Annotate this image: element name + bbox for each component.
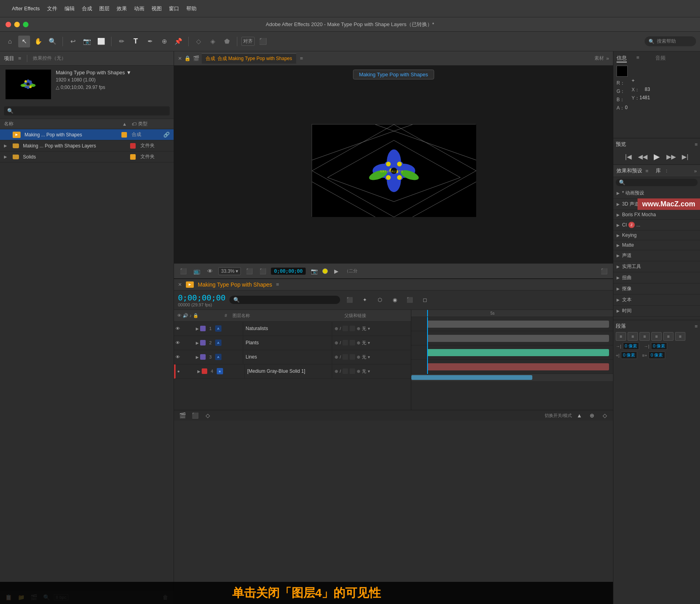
- layer-row-3[interactable]: 👁 ▶ 3 A Lines ⊕ /: [174, 350, 411, 364]
- next-frame-btn[interactable]: ▶▶: [666, 151, 677, 162]
- layer-4-eye[interactable]: ●: [177, 369, 183, 374]
- help-search[interactable]: 🔍 搜索帮助: [645, 36, 696, 46]
- project-search[interactable]: 🔍: [4, 106, 170, 115]
- menu-window[interactable]: 窗口: [169, 5, 179, 12]
- quill-tool[interactable]: ✒: [144, 36, 156, 47]
- tl-btn-3[interactable]: ⬡: [374, 295, 385, 305]
- comp-tab-menu[interactable]: ≡: [300, 55, 303, 61]
- effects-cat-3[interactable]: ▶ CIZ...: [613, 220, 700, 230]
- menu-view[interactable]: 视图: [151, 5, 162, 12]
- layer-3-chevron[interactable]: ▾: [368, 355, 370, 360]
- prev-frame-btn[interactable]: ◀◀: [637, 151, 648, 162]
- layer-row-1[interactable]: 👁 ▶ 1 A Naturalists ⊕ /: [174, 322, 411, 336]
- menu-help[interactable]: 帮助: [186, 5, 197, 12]
- layer-2-chevron[interactable]: ▾: [368, 340, 370, 345]
- home-button[interactable]: ⌂: [4, 36, 16, 47]
- effects-cat-10[interactable]: ▶ 文本: [613, 294, 700, 306]
- pin-tool[interactable]: 📌: [172, 36, 184, 47]
- tl-bottom-btn-2[interactable]: ⬛: [190, 410, 200, 421]
- rect-tool[interactable]: ⬜: [95, 36, 107, 47]
- first-frame-btn[interactable]: |◀: [623, 151, 634, 162]
- layer-1-eye[interactable]: 👁: [176, 326, 181, 331]
- viewer-tool-3[interactable]: 👁: [205, 266, 215, 276]
- menu-edit[interactable]: 编辑: [64, 5, 75, 12]
- tl-minimap[interactable]: [411, 374, 613, 381]
- spacing-val-1[interactable]: 0 像素: [623, 342, 639, 350]
- tl-btn-5[interactable]: ⬛: [404, 295, 415, 305]
- tl-btn-6[interactable]: ◻: [419, 295, 430, 305]
- align-full-btn[interactable]: ≡: [651, 332, 662, 341]
- project-item-1[interactable]: ▶ Making ... Pop with Shapes Layers 文件夹: [0, 140, 174, 151]
- tl-btn-1[interactable]: ⬛: [344, 295, 355, 305]
- effects-cat-2[interactable]: ▶ Boris FX Mocha: [613, 210, 700, 220]
- project-tab[interactable]: 项目: [4, 55, 14, 62]
- indent-val-1[interactable]: 0 像素: [621, 351, 637, 359]
- layer-row-4[interactable]: ● ▶ 4 ■ [Medium Gray-Blue Solid 1] ⊕ /: [174, 364, 411, 379]
- snap-button[interactable]: ⬛: [257, 36, 269, 47]
- align-tool[interactable]: 对齐: [241, 37, 255, 46]
- effects-cat-4[interactable]: ▶ Keying: [613, 230, 700, 240]
- camera-btn[interactable]: 📷: [309, 266, 319, 276]
- align-left-btn[interactable]: ≡: [616, 332, 626, 341]
- effects-menu[interactable]: ≡: [645, 168, 649, 174]
- render-btn[interactable]: ▶: [331, 266, 341, 276]
- tl-bottom-btn-6[interactable]: ◇: [600, 410, 610, 421]
- clone-tool[interactable]: ⊕: [158, 36, 170, 47]
- tl-search[interactable]: 🔍: [229, 296, 340, 304]
- menu-layer[interactable]: 图层: [99, 5, 110, 12]
- tl-close-btn[interactable]: ✕: [178, 282, 182, 287]
- align-full3-btn[interactable]: ≡: [675, 332, 685, 341]
- close-button[interactable]: [6, 22, 11, 27]
- shape-tool-2[interactable]: ◈: [207, 36, 219, 47]
- effects-cat-6[interactable]: ▶ 声道: [613, 250, 700, 261]
- comp-tab-main[interactable]: 合成 合成 Making Type Pop with Shapes: [202, 53, 296, 64]
- layer-4-expand[interactable]: ▶: [197, 369, 201, 374]
- track-2[interactable]: [411, 331, 613, 345]
- assets-expand[interactable]: »: [606, 55, 609, 61]
- tl-timecode[interactable]: 0;00;00;00: [178, 293, 225, 302]
- menu-file[interactable]: 文件: [47, 5, 57, 12]
- layer-row-2[interactable]: 👁 ▶ 2 A Plants ⊕ /: [174, 336, 411, 350]
- info-tab[interactable]: 信息: [617, 55, 627, 62]
- project-item-2[interactable]: ▶ Solids 文件夹: [0, 151, 174, 162]
- effects-cat-5[interactable]: ▶ Matte: [613, 240, 700, 250]
- zoom-tool[interactable]: 🔍: [47, 36, 59, 47]
- tl-bottom-btn-5[interactable]: ⊕: [587, 410, 597, 421]
- para-menu[interactable]: ≡: [694, 323, 698, 329]
- align-right-btn[interactable]: ≡: [639, 332, 650, 341]
- minimize-button[interactable]: [14, 22, 20, 27]
- close-tab-btn[interactable]: ✕: [178, 56, 182, 61]
- layer-3-expand[interactable]: ▶: [196, 355, 199, 359]
- layer-2-expand[interactable]: ▶: [196, 341, 199, 345]
- fit-btn[interactable]: ⬛: [244, 266, 254, 276]
- shape-tool-1[interactable]: ◇: [193, 36, 204, 47]
- info-menu[interactable]: ≡: [636, 55, 639, 62]
- viewer-tool-1[interactable]: ⬛: [178, 266, 188, 276]
- effects-search-input[interactable]: [627, 180, 694, 185]
- grid-btn[interactable]: ⬛: [257, 266, 268, 276]
- effects-cat-0[interactable]: ▶ * 动画预设: [613, 188, 700, 199]
- layer-4-chevron[interactable]: ▾: [368, 369, 370, 374]
- layer-1-expand[interactable]: ▶: [196, 327, 199, 331]
- menu-anim[interactable]: 动画: [134, 5, 144, 12]
- menu-effects[interactable]: 效果: [117, 5, 127, 12]
- track-4[interactable]: [411, 360, 613, 374]
- indent-val-2[interactable]: 0 像素: [649, 351, 665, 359]
- layer-3-eye[interactable]: 👁: [176, 355, 181, 359]
- text-tool[interactable]: T: [130, 36, 142, 47]
- layer-2-eye[interactable]: 👁: [176, 340, 181, 345]
- effects-cat-11[interactable]: ▶ 时间: [613, 306, 700, 317]
- tl-search-input[interactable]: [241, 297, 336, 303]
- timecode-display[interactable]: 0;00;00;00: [271, 268, 306, 275]
- effects-expand[interactable]: »: [694, 168, 697, 174]
- layer-1-chevron[interactable]: ▾: [368, 326, 370, 331]
- select-tool[interactable]: ↖: [18, 36, 30, 47]
- zoom-selector[interactable]: 33.3% ▾: [218, 267, 241, 275]
- effects-cat-8[interactable]: ▶ 扭曲: [613, 272, 700, 283]
- shape-tool-3[interactable]: ⬟: [221, 36, 233, 47]
- track-3[interactable]: [411, 345, 613, 360]
- maximize-button[interactable]: [23, 22, 28, 27]
- tl-btn-4[interactable]: ◉: [389, 295, 400, 305]
- undo-button[interactable]: ↩: [67, 36, 79, 47]
- effects-search[interactable]: 🔍: [616, 179, 698, 186]
